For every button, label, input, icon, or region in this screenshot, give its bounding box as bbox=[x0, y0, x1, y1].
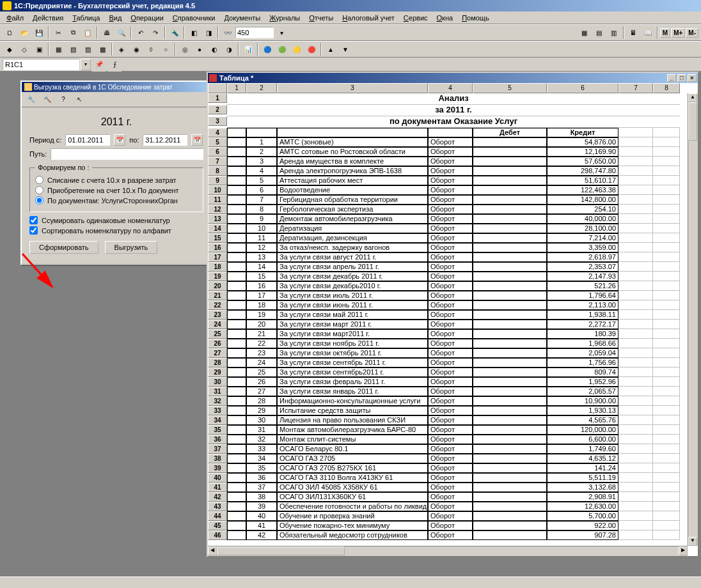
export-button[interactable]: Выгрузить bbox=[105, 241, 158, 254]
t2-10-icon[interactable]: ◊ bbox=[144, 42, 158, 56]
row-turn: Оборот bbox=[428, 339, 473, 348]
t2-1-icon[interactable]: ◆ bbox=[3, 42, 17, 56]
radio-acquire[interactable] bbox=[35, 186, 43, 194]
cell-reference-input[interactable] bbox=[3, 59, 79, 70]
minimize-icon[interactable]: _ bbox=[667, 74, 676, 82]
horizontal-scrollbar[interactable]: ◀ ▶ bbox=[208, 546, 688, 556]
item2-icon[interactable]: ◨ bbox=[201, 26, 216, 40]
tool-b-icon[interactable]: ▤ bbox=[592, 26, 606, 40]
menu-сервис[interactable]: Сервис bbox=[400, 13, 432, 23]
dlg-cursor-icon[interactable]: ↖ bbox=[72, 93, 86, 107]
check-sum[interactable] bbox=[29, 216, 38, 224]
m-minus-button[interactable]: М- bbox=[686, 28, 698, 38]
menu-помощь[interactable]: Помощь bbox=[458, 13, 493, 23]
t2-13-icon[interactable]: ● bbox=[193, 42, 207, 56]
chart-icon[interactable]: 📊 bbox=[241, 42, 255, 56]
t2-5-icon[interactable]: ▧ bbox=[66, 42, 80, 56]
scroll-right-icon[interactable]: ▶ bbox=[679, 546, 688, 555]
period-to-input[interactable] bbox=[143, 134, 187, 146]
tool-a-icon[interactable]: ▦ bbox=[578, 26, 592, 40]
dialog-titlebar[interactable]: Выгрузка сведений в 1С Обследование затр… bbox=[22, 82, 211, 92]
t2-7-icon[interactable]: ▩ bbox=[95, 42, 109, 56]
dlg-tool2-icon[interactable]: 🔨 bbox=[40, 93, 54, 107]
fx-icon[interactable]: ⨍ bbox=[107, 58, 122, 72]
tool-c-icon[interactable]: ▥ bbox=[607, 26, 621, 40]
spreadsheet-grid[interactable]: 123456781Анализ2за 2011 г.3по документам… bbox=[208, 83, 698, 540]
t2-9-icon[interactable]: ◉ bbox=[129, 42, 143, 56]
vertical-scrollbar[interactable]: ▲ ▼ bbox=[688, 93, 698, 546]
menu-таблица[interactable]: Таблица bbox=[68, 13, 104, 23]
menu-операции[interactable]: Операции bbox=[127, 13, 167, 23]
check-sum-label: Ссумировать одинаковые номенклатур bbox=[42, 217, 170, 224]
cut-icon[interactable]: ✂ bbox=[51, 26, 65, 40]
radio-writeoff[interactable] bbox=[35, 176, 43, 184]
menu-окна[interactable]: Окна bbox=[433, 13, 457, 23]
menu-отчеты[interactable]: Отчеты bbox=[305, 13, 337, 23]
print-icon[interactable]: 🖶 bbox=[100, 26, 114, 40]
undo-icon[interactable]: ↶ bbox=[134, 26, 148, 40]
book-icon[interactable]: 📖 bbox=[641, 26, 655, 40]
dlg-tool1-icon[interactable]: 🔧 bbox=[24, 93, 38, 107]
t2-20-icon[interactable]: ▲ bbox=[324, 42, 338, 56]
maximize-icon[interactable]: □ bbox=[677, 74, 686, 82]
menu-налоговый учет[interactable]: Налоговый учет bbox=[338, 13, 398, 23]
t2-8-icon[interactable]: ◈ bbox=[114, 42, 129, 56]
menu-документы[interactable]: Документы bbox=[220, 13, 264, 23]
toolbar-2: ◆ ◇ ▣ ▦ ▧ ▨ ▩ ◈ ◉ ◊ ○ ◎ ● ◐ ◑ 📊 🔵 🟢 🟡 🔴 … bbox=[0, 41, 701, 58]
scroll-thumb-h[interactable] bbox=[217, 546, 345, 555]
new-icon[interactable]: 🗋 bbox=[3, 26, 17, 40]
calc-icon[interactable]: 🖩 bbox=[626, 26, 640, 40]
scroll-down-icon[interactable]: ▼ bbox=[688, 537, 697, 546]
period-from-input[interactable] bbox=[65, 134, 110, 146]
scroll-left-icon[interactable]: ◀ bbox=[208, 546, 217, 555]
find-icon[interactable]: 🔦 bbox=[168, 26, 182, 40]
scroll-thumb-v[interactable] bbox=[688, 102, 697, 141]
combo-dd-icon[interactable]: ▾ bbox=[274, 26, 288, 40]
t2-2-icon[interactable]: ◇ bbox=[17, 42, 31, 56]
open-icon[interactable]: 📂 bbox=[17, 26, 31, 40]
path-input[interactable] bbox=[51, 148, 203, 160]
t2-14-icon[interactable]: ◐ bbox=[207, 42, 221, 56]
scroll-up-icon[interactable]: ▲ bbox=[688, 93, 697, 102]
separator bbox=[111, 43, 113, 56]
copy-icon[interactable]: ⧉ bbox=[66, 26, 80, 40]
t2-11-icon[interactable]: ○ bbox=[159, 42, 173, 56]
sheet-titlebar[interactable]: Таблица * _ □ × bbox=[208, 73, 698, 83]
m-plus-button[interactable]: М+ bbox=[671, 28, 685, 38]
item-icon[interactable]: ◧ bbox=[187, 26, 201, 40]
dlg-help-icon[interactable]: ? bbox=[56, 93, 70, 107]
t2-16-icon[interactable]: 🔵 bbox=[260, 42, 274, 56]
t2-3-icon[interactable]: ▣ bbox=[32, 42, 46, 56]
t2-18-icon[interactable]: 🟡 bbox=[290, 42, 304, 56]
row-name: За отказ/неисп. задержку вагонов bbox=[277, 243, 428, 252]
row-turn: Оборот bbox=[428, 262, 473, 272]
m-button[interactable]: М bbox=[660, 28, 670, 38]
menu-журналы[interactable]: Журналы bbox=[265, 13, 304, 23]
redo-icon[interactable]: ↷ bbox=[148, 26, 162, 40]
pin-icon[interactable]: 📌 bbox=[92, 58, 106, 72]
row-num: 39 bbox=[246, 502, 277, 511]
t2-12-icon[interactable]: ◎ bbox=[178, 42, 192, 56]
menu-действия[interactable]: Действия bbox=[29, 13, 67, 23]
calendar-to-icon[interactable]: 📅 bbox=[191, 134, 203, 146]
check-sort[interactable] bbox=[29, 226, 38, 235]
t2-21-icon[interactable]: ▼ bbox=[338, 42, 352, 56]
radio-bydocs[interactable] bbox=[35, 196, 43, 205]
t2-4-icon[interactable]: ▦ bbox=[51, 42, 65, 56]
binoculars-icon[interactable]: 👓 bbox=[221, 26, 235, 40]
preview-icon[interactable]: 🔍 bbox=[114, 26, 129, 40]
t2-19-icon[interactable]: 🔴 bbox=[304, 42, 319, 56]
save-icon[interactable]: 💾 bbox=[32, 26, 46, 40]
t2-17-icon[interactable]: 🟢 bbox=[275, 42, 289, 56]
cellref-dropdown-icon[interactable]: ▾ bbox=[81, 59, 91, 70]
menu-файл[interactable]: Файл bbox=[3, 13, 28, 23]
calendar-from-icon[interactable]: 📅 bbox=[114, 134, 125, 146]
paste-icon[interactable]: 📋 bbox=[81, 26, 95, 40]
zoom-combo[interactable] bbox=[235, 27, 274, 38]
t2-6-icon[interactable]: ▨ bbox=[81, 42, 95, 56]
menu-вид[interactable]: Вид bbox=[105, 13, 125, 23]
form-button[interactable]: Сформировать bbox=[29, 241, 98, 254]
t2-15-icon[interactable]: ◑ bbox=[222, 42, 236, 56]
menu-справочники[interactable]: Справочники bbox=[169, 13, 219, 23]
close-icon[interactable]: × bbox=[688, 74, 697, 82]
